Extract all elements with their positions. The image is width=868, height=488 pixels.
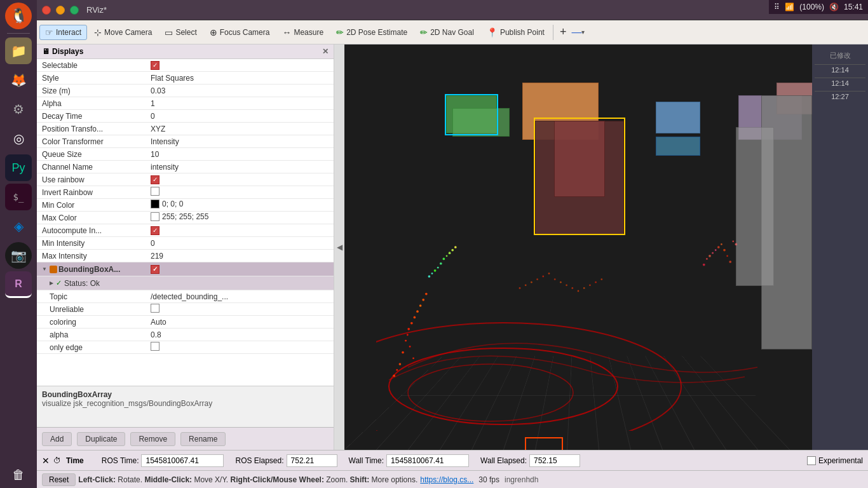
only-edge-checkbox[interactable] [151,342,159,351]
ros-time-field[interactable] [141,454,224,467]
dock-terminal-icon[interactable]: $_ [5,184,32,210]
add-tool-button[interactable]: + [556,24,571,41]
svg-point-7 [405,340,407,342]
select-button[interactable]: ▭ Select [159,25,202,40]
add-button[interactable]: Add [42,432,72,446]
prop-value-coloring: Auto [148,318,334,327]
selectable-checkbox[interactable] [151,61,159,70]
dock-settings-icon[interactable]: ⚙ [5,96,32,123]
focus-camera-button[interactable]: ⊕ Focus Camera [204,25,276,40]
pose-estimate-button[interactable]: ✏ 2D Pose Estimate [330,25,413,40]
remove-button[interactable]: Remove [130,432,175,446]
prop-row-only-edge: only edge [37,341,334,354]
prop-value-min-color[interactable]: 0; 0; 0 [148,200,334,210]
collapse-triangle[interactable]: ▼ [42,266,47,272]
prop-row-min-color: Min Color 0; 0; 0 [37,199,334,212]
svg-point-8 [416,310,419,313]
experimental-checkbox[interactable] [807,456,816,465]
pose-estimate-label: 2D Pose Estimate [346,28,407,37]
blog-url[interactable]: https://blog.cs... [420,475,473,484]
svg-point-17 [425,293,428,295]
status-close-icon[interactable]: ✕ [42,456,50,466]
close-button[interactable] [42,6,51,15]
move-camera-button[interactable]: ⊹ Move Camera [88,25,158,40]
prop-name-autocompute: Autocompute In... [37,226,148,235]
dock-pycharm-icon[interactable]: Py [5,154,32,181]
properties-panel: Selectable Style Flat Squares Size (m) 0… [37,59,334,386]
status-label: Status: Ok [64,279,100,288]
prop-name-channel-name: Channel Name [37,163,148,172]
application-dock: 🐧 📁 🦊 ⚙ ◎ Py $_ ◈ 📷 R 🗑 [0,0,37,488]
dock-rviz-icon[interactable]: R [5,271,32,298]
prop-value-only-edge[interactable] [148,342,334,353]
dock-files-icon[interactable]: 📁 [5,37,32,64]
bounding-box-checkbox[interactable] [151,265,159,274]
wall-elapsed-field[interactable] [529,454,580,467]
tray-apps-icon: ⠿ [774,3,780,11]
dock-vscode-icon[interactable]: ◈ [5,213,32,240]
prop-value-unreliable[interactable] [148,304,334,315]
focus-camera-icon: ⊕ [210,27,217,37]
description-area: BoundingBoxArray visualize jsk_recogniti… [37,386,334,427]
invert-rainbow-checkbox[interactable] [151,187,159,196]
dock-trash-icon[interactable]: 🗑 [5,461,32,488]
svg-point-25 [431,273,433,274]
svg-point-5 [407,334,409,336]
left-panel: 🖥 Displays ✕ Selectable Style Flat Squ [37,44,334,450]
min-color-swatch: 0; 0; 0 [151,200,183,208]
username-display: ingrenhdh [505,475,538,484]
svg-point-11 [412,357,414,359]
dropdown-button[interactable]: — ▾ [571,27,585,38]
prop-value-invert-rainbow[interactable] [148,187,334,198]
timestamp-2[interactable]: 12:14 [815,78,865,88]
min-color-box [151,200,159,208]
maximize-button[interactable] [70,6,79,15]
move-camera-icon: ⊹ [94,27,102,37]
measure-button[interactable]: ↔ Measure [276,25,329,40]
prop-value-selectable[interactable] [148,60,334,70]
prop-name-selectable: Selectable [37,61,148,70]
timestamp-3[interactable]: 12:27 [815,91,865,102]
canvas [344,44,812,450]
panel-toggle-button[interactable]: ◀ [334,44,344,450]
monitor-icon: 🖥 [42,47,50,56]
prop-value-use-rainbow[interactable] [148,175,334,184]
dock-camera-icon[interactable]: 📷 [5,242,32,269]
nav-goal-button[interactable]: ✏ 2D Nav Goal [414,25,480,40]
fps-display: 30 fps [478,475,499,484]
wall-time-field[interactable] [386,454,469,467]
unreliable-checkbox[interactable] [151,304,159,313]
prop-value-autocompute[interactable] [148,226,334,235]
prop-value-max-color[interactable]: 255; 255; 255 [148,212,334,223]
timestamp-1[interactable]: 12:14 [815,64,865,75]
tray-battery: (100%) [799,3,824,11]
autocompute-checkbox[interactable] [151,226,159,235]
displays-close-icon[interactable]: ✕ [322,47,329,56]
prop-name-only-edge: only edge [37,343,148,352]
minimize-button[interactable] [56,6,65,15]
prop-row-style: Style Flat Squares [37,72,334,85]
svg-point-4 [410,322,413,325]
ros-time-label: ROS Time: [102,456,139,465]
reset-button[interactable]: Reset [42,473,76,486]
rename-button[interactable]: Rename [180,432,226,446]
prop-name-unreliable: Unreliable [37,305,148,314]
dock-ubuntu-icon[interactable]: 🐧 [5,3,32,29]
prop-value-bounding-box[interactable] [148,264,334,274]
duplicate-button[interactable]: Duplicate [77,432,125,446]
svg-point-14 [396,369,398,371]
3d-viewport[interactable] [344,44,812,450]
ros-elapsed-field[interactable] [287,454,337,467]
use-rainbow-checkbox[interactable] [151,175,159,184]
svg-point-32 [715,249,717,251]
ros-elapsed-label: ROS Elapsed: [235,456,283,465]
prop-row-color-transformer: Color Transformer Intensity [37,135,334,148]
svg-point-53 [595,281,597,283]
status-triangle[interactable]: ▶ [50,280,53,286]
dock-chrome-icon[interactable]: ◎ [5,125,32,152]
interact-button[interactable]: ☞ Interact [39,25,87,40]
publish-point-button[interactable]: 📍 Publish Point [481,25,550,40]
description-title: BoundingBoxArray [42,390,329,399]
dock-firefox-icon[interactable]: 🦊 [5,67,32,93]
tray-volume-icon: 🔇 [829,3,839,11]
